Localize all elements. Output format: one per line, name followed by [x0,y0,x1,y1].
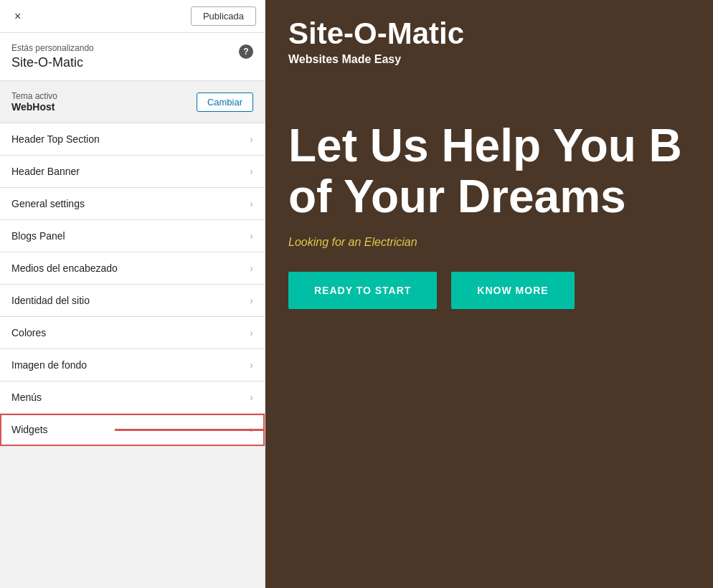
nav-item-label: Medios del encabezado [11,262,118,274]
sidebar-item-colores[interactable]: Colores › [0,317,265,349]
chevron-right-icon: › [250,392,253,403]
sidebar-item-menus[interactable]: Menús › [0,381,265,414]
theme-section: Tema activo WebHost Cambiar [0,81,265,123]
sidebar-item-medios-encabezado[interactable]: Medios del encabezado › [0,252,265,285]
help-icon[interactable]: ? [239,44,253,59]
chevron-right-icon: › [250,262,253,274]
nav-item-label: Colores [11,327,46,338]
nav-item-label: Header Top Section [11,133,100,145]
customizing-section: Estás personalizando Site-O-Matic ? [0,33,265,81]
close-button[interactable]: × [9,7,27,26]
sidebar-item-widgets[interactable]: Widgets › [0,414,265,446]
sidebar-item-blogs-panel[interactable]: Blogs Panel › [0,220,265,252]
theme-name: WebHost [11,101,57,113]
cambiar-button[interactable]: Cambiar [197,93,253,112]
sidebar-item-identidad-sitio[interactable]: Identidad del sitio › [0,285,265,317]
chevron-right-icon: › [250,359,253,371]
ready-to-start-button[interactable]: READY TO START [288,272,437,309]
sidebar-item-header-banner[interactable]: Header Banner › [0,156,265,188]
hero-section: Let Us Help You B of Your Dreams Looking… [265,77,713,332]
site-title: Site-O-Matic [288,17,690,50]
site-subtitle: Websites Made Easy [288,53,690,66]
nav-item-label: General settings [11,198,85,209]
nav-item-label: Menús [11,392,42,403]
theme-info: Tema activo WebHost [11,91,57,113]
customizing-label: Estás personalizando [11,43,94,53]
hero-title-line1: Let Us Help You B [288,120,682,171]
nav-item-label: Header Banner [11,166,80,177]
chevron-right-icon: › [250,295,253,306]
customizing-info: Estás personalizando Site-O-Matic [11,43,94,70]
nav-item-label: Widgets [11,424,48,435]
nav-item-label: Blogs Panel [11,230,65,242]
chevron-right-icon: › [250,166,253,177]
sidebar-item-header-top-section[interactable]: Header Top Section › [0,123,265,156]
main-preview: Site-O-Matic Websites Made Easy Let Us H… [265,0,713,588]
know-more-button[interactable]: KNOW MORE [451,272,574,309]
sidebar: × Publicada Estás personalizando Site-O-… [0,0,265,588]
customizing-site-name: Site-O-Matic [11,55,83,70]
sidebar-item-imagen-fondo[interactable]: Imagen de fondo › [0,349,265,381]
sidebar-item-general-settings[interactable]: General settings › [0,188,265,220]
chevron-right-icon: › [250,327,253,338]
hero-subtitle: Looking for an Electrician [288,236,690,249]
publish-button[interactable]: Publicada [191,6,256,26]
chevron-right-icon: › [250,230,253,242]
site-header: Site-O-Matic Websites Made Easy [265,0,713,77]
hero-title-line2: of Your Dreams [288,171,626,222]
sidebar-top-bar: × Publicada [0,0,265,33]
hero-title: Let Us Help You B of Your Dreams [288,120,690,222]
nav-item-label: Identidad del sitio [11,295,90,306]
theme-label: Tema activo [11,91,57,101]
chevron-right-icon: › [250,133,253,145]
cta-buttons: READY TO START KNOW MORE [288,272,690,309]
nav-item-label: Imagen de fondo [11,359,87,371]
arrow-line [115,429,265,431]
chevron-right-icon: › [250,198,253,209]
nav-list: Header Top Section › Header Banner › Gen… [0,123,265,588]
